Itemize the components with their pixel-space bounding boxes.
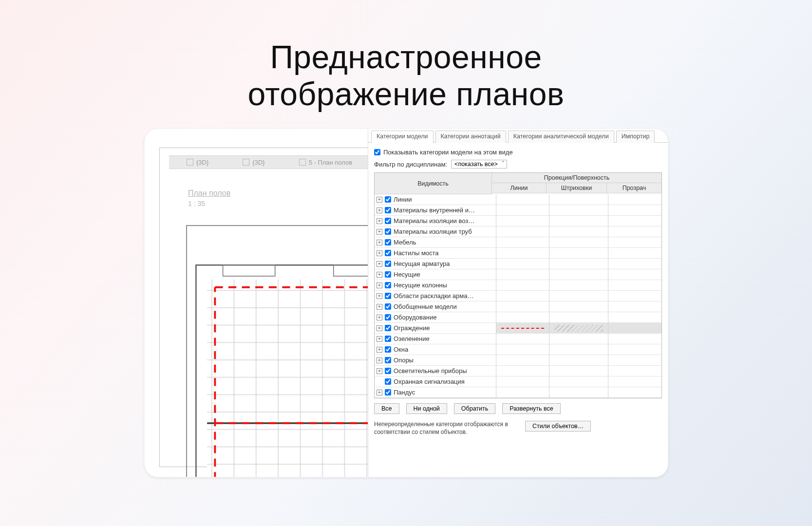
cell-transparency[interactable] [608, 376, 661, 387]
cell-lines[interactable] [496, 248, 549, 259]
category-row[interactable]: +Обобщенные модели [375, 301, 661, 312]
cell-lines[interactable] [496, 269, 549, 280]
cell-hatches[interactable] [549, 323, 608, 334]
cell-lines[interactable] [496, 259, 549, 269]
category-visibility-check[interactable] [385, 261, 391, 267]
category-row[interactable]: +Озеленение [375, 334, 661, 344]
cell-hatches[interactable] [549, 269, 608, 280]
cell-hatches[interactable] [549, 216, 608, 226]
cell-lines[interactable] [496, 344, 549, 355]
btn-invert[interactable]: Обратить [454, 403, 495, 414]
cell-hatches[interactable] [549, 248, 608, 259]
category-row[interactable]: +Линии [375, 194, 661, 205]
cell-transparency[interactable] [608, 366, 661, 376]
cell-transparency[interactable] [608, 269, 661, 280]
category-visibility-check[interactable] [385, 196, 391, 203]
category-row[interactable]: +Материалы изоляции воз… [375, 216, 661, 226]
category-visibility-check[interactable] [385, 250, 391, 256]
expand-icon[interactable]: + [377, 357, 382, 363]
expand-icon[interactable]: + [377, 207, 382, 213]
category-row[interactable]: +Материалы изоляции труб [375, 226, 661, 237]
cell-lines[interactable] [496, 237, 549, 248]
category-visibility-check[interactable] [385, 325, 391, 331]
expand-icon[interactable]: + [377, 336, 382, 342]
cell-lines[interactable] [496, 194, 549, 205]
category-row[interactable]: +Осветительные приборы [375, 366, 661, 376]
category-row[interactable]: +Несущие [375, 269, 661, 280]
category-visibility-check[interactable] [385, 293, 391, 299]
cell-lines[interactable] [496, 291, 549, 301]
category-row[interactable]: +Настилы моста [375, 248, 661, 259]
cell-transparency[interactable] [608, 248, 661, 259]
cell-hatches[interactable] [549, 226, 608, 237]
show-categories-check[interactable]: Показывать категории модели на этом виде [374, 149, 662, 156]
cell-hatches[interactable] [549, 205, 608, 216]
category-visibility-check[interactable] [385, 346, 391, 353]
category-visibility-check[interactable] [385, 389, 391, 395]
btn-object-styles[interactable]: Стили объектов… [525, 421, 591, 432]
cell-transparency[interactable] [608, 312, 661, 323]
category-visibility-check[interactable] [385, 218, 391, 224]
cell-transparency[interactable] [608, 323, 661, 334]
category-visibility-check[interactable] [385, 271, 391, 278]
cell-lines[interactable] [496, 216, 549, 226]
expand-icon[interactable]: + [377, 390, 382, 395]
cell-lines[interactable] [496, 366, 549, 376]
category-row[interactable]: +Материалы внутренней и… [375, 205, 661, 216]
cell-lines[interactable] [496, 301, 549, 312]
cell-hatches[interactable] [549, 387, 608, 398]
cell-hatches[interactable] [549, 291, 608, 301]
cell-hatches[interactable] [549, 334, 608, 344]
expand-icon[interactable]: + [377, 293, 382, 299]
expand-icon[interactable]: + [377, 229, 382, 235]
category-visibility-check[interactable] [385, 282, 391, 288]
btn-none[interactable]: Ни одной [406, 403, 447, 414]
cell-hatches[interactable] [549, 280, 608, 291]
cell-hatches[interactable] [549, 194, 608, 205]
category-visibility-check[interactable] [385, 228, 391, 235]
category-row[interactable]: +Несущая арматура [375, 259, 661, 269]
expand-icon[interactable]: + [377, 250, 382, 256]
category-visibility-check[interactable] [385, 314, 391, 320]
vg-tab-model-categories[interactable]: Категории модели [371, 131, 434, 143]
category-row[interactable]: +Мебель [375, 237, 661, 248]
cell-transparency[interactable] [608, 301, 661, 312]
vg-tab-analytical-categories[interactable]: Категории аналитической модели [508, 131, 614, 143]
cell-transparency[interactable] [608, 205, 661, 216]
expand-icon[interactable]: + [377, 315, 382, 320]
btn-expand-all[interactable]: Развернуть все [502, 403, 560, 414]
cell-hatches[interactable] [549, 376, 608, 387]
expand-icon[interactable]: + [377, 218, 382, 224]
show-categories-check-input[interactable] [374, 149, 380, 155]
cell-hatches[interactable] [549, 259, 608, 269]
cell-transparency[interactable] [608, 259, 661, 269]
expand-icon[interactable]: + [377, 261, 382, 267]
category-row[interactable]: Охранная сигнализация [375, 376, 661, 387]
cell-lines[interactable] [496, 334, 549, 344]
cell-hatches[interactable] [549, 237, 608, 248]
cell-lines[interactable] [496, 226, 549, 237]
cell-hatches[interactable] [549, 344, 608, 355]
category-row[interactable]: +Оборудование [375, 312, 661, 323]
category-row[interactable]: +Области раскладки арма… [375, 291, 661, 301]
category-visibility-check[interactable] [385, 207, 391, 213]
cell-transparency[interactable] [608, 355, 661, 366]
cell-transparency[interactable] [608, 344, 661, 355]
cell-hatches[interactable] [549, 355, 608, 366]
expand-icon[interactable]: + [377, 240, 382, 245]
cell-transparency[interactable] [608, 334, 661, 344]
expand-icon[interactable]: + [377, 282, 382, 288]
expand-icon[interactable]: + [377, 197, 382, 203]
category-visibility-check[interactable] [385, 303, 391, 310]
cell-lines[interactable] [496, 355, 549, 366]
category-visibility-check[interactable] [385, 368, 391, 374]
category-visibility-check[interactable] [385, 357, 391, 363]
cell-transparency[interactable] [608, 237, 661, 248]
category-row[interactable]: +Несущие колонны [375, 280, 661, 291]
discipline-filter-select[interactable]: <показать все> [451, 160, 507, 169]
cell-transparency[interactable] [608, 194, 661, 205]
category-row[interactable]: +Ограждение [375, 323, 661, 334]
btn-all[interactable]: Все [374, 403, 399, 414]
expand-icon[interactable]: + [377, 368, 382, 374]
cell-hatches[interactable] [549, 312, 608, 323]
